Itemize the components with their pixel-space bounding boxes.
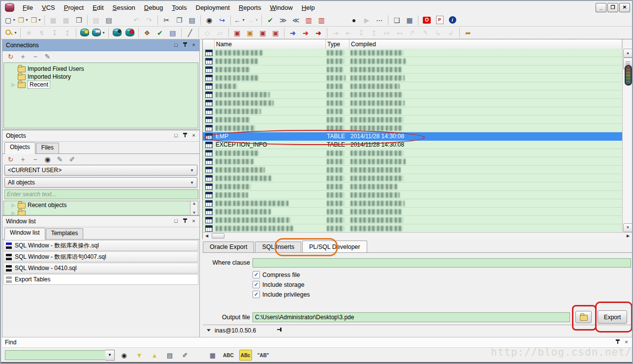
pin-icon[interactable] xyxy=(181,218,189,225)
find-object-icon[interactable]: ◉ xyxy=(42,154,53,165)
find-previous-up-icon[interactable]: ▲ xyxy=(150,350,159,360)
objects-tree-scrollbar[interactable]: ▲▼ xyxy=(190,201,198,215)
browser-keys-icon[interactable]: ❖ xyxy=(141,27,153,39)
compile-icon[interactable]: ▣ xyxy=(231,27,243,39)
horizontal-scrollbar[interactable]: ◀ ▶ xyxy=(203,232,632,239)
highlight-all-icon[interactable]: ▤ xyxy=(165,350,175,360)
connections-item-imported-history[interactable]: Imported History xyxy=(4,73,198,81)
objects-item[interactable]: ▷ xyxy=(4,209,198,215)
indent-icon[interactable]: ≫ xyxy=(277,14,289,26)
menu-project[interactable]: Project xyxy=(60,3,88,12)
table-row-exception_info[interactable]: EXCEPTION_INFOTABLE2014/11/28 14:30:08 xyxy=(203,141,622,149)
connections-item-imported-fixed-users[interactable]: Imported Fixed Users xyxy=(4,65,198,73)
pin-icon[interactable] xyxy=(614,339,621,346)
pin-icon[interactable] xyxy=(277,327,282,334)
macro-library-icon[interactable]: ⋯ xyxy=(374,14,385,26)
objects-item-recent-objects[interactable]: ▷Recent objects xyxy=(4,201,198,209)
object-filter-select[interactable]: All objects ▼ xyxy=(4,177,197,188)
tab-templates[interactable]: Templates xyxy=(46,228,84,239)
scroll-down-icon[interactable]: ▼ xyxy=(192,211,196,215)
checkbox-include-storage[interactable]: ✓Include storage xyxy=(253,281,304,288)
cascade-windows-icon[interactable]: ❑ xyxy=(391,14,403,26)
table-row-censored[interactable] xyxy=(203,91,622,99)
restore-button[interactable]: ❐ xyxy=(607,3,618,12)
exact-phrase-icon[interactable]: "AB" xyxy=(257,350,269,360)
table-row-censored[interactable] xyxy=(203,49,622,57)
user-filter-select[interactable]: <CURRENT USER> ▼ xyxy=(4,165,197,176)
tab-sql-inserts[interactable]: SQL Inserts xyxy=(255,242,301,252)
tile-windows-icon[interactable]: ▦ xyxy=(404,14,415,26)
kill-session-icon[interactable] xyxy=(124,27,136,39)
remove-object-icon[interactable]: − xyxy=(30,154,40,165)
table-row-censored[interactable] xyxy=(203,166,622,174)
tab-oracle-export[interactable]: Oracle Export xyxy=(203,242,254,252)
execute-script-icon[interactable]: ▣ xyxy=(270,27,282,39)
menu-tools[interactable]: Tools xyxy=(167,3,191,12)
expand-icon[interactable]: ▷ xyxy=(11,211,16,215)
tab-pl-sql-developer[interactable]: PL/SQL Developer xyxy=(302,241,367,252)
pdf-export-icon[interactable]: P xyxy=(434,14,445,26)
find-binoculars-icon[interactable]: ◉ xyxy=(119,350,129,360)
checkbox-compress-file[interactable]: ✓Compress file xyxy=(253,271,300,278)
column-header-type[interactable]: Type xyxy=(326,39,349,49)
table-row-censored[interactable] xyxy=(203,182,622,191)
float-icon[interactable]: □ xyxy=(172,218,180,225)
filter-settings-icon[interactable]: ✐ xyxy=(67,154,77,165)
find-database-object-icon[interactable] xyxy=(111,27,123,39)
menu-file[interactable]: File xyxy=(18,3,37,12)
connect-icon[interactable]: ▼ xyxy=(4,27,18,39)
tab-objects[interactable]: Objects xyxy=(4,142,35,154)
syntax-check-icon[interactable]: ✔ xyxy=(264,14,276,26)
expand-icon[interactable]: ▷ xyxy=(11,203,16,208)
window-list-item[interactable]: Export Tables xyxy=(3,274,198,285)
report-window-icon[interactable]: ▤ xyxy=(167,27,179,39)
break-session-icon[interactable]: ➦ xyxy=(462,27,474,39)
browse-output-file-button[interactable] xyxy=(575,311,592,323)
compile-with-debug-icon[interactable]: ▣ xyxy=(244,27,256,39)
column-header-compiled[interactable]: Compiled xyxy=(349,39,622,49)
refresh-objects-icon[interactable]: ↻ xyxy=(5,154,16,165)
add-record-icon[interactable]: ▥ xyxy=(303,14,315,26)
find-next-down-icon[interactable]: ▼ xyxy=(134,350,144,360)
connections-item-recent[interactable]: ▷Recent xyxy=(4,81,198,89)
unindent-icon[interactable]: ≪ xyxy=(290,14,302,26)
print-setup-icon[interactable]: ▤ xyxy=(103,14,115,26)
menu-window[interactable]: Window xyxy=(265,3,297,12)
scrollbar-thumb[interactable] xyxy=(212,233,224,239)
table-row-censored[interactable] xyxy=(203,57,622,65)
tab-files[interactable]: Files xyxy=(36,143,59,153)
delete-record-icon[interactable]: ▥ xyxy=(316,14,327,26)
whole-word-icon[interactable]: ABc xyxy=(239,350,252,361)
table-row-censored[interactable] xyxy=(203,124,622,132)
checkbox-include-privileges[interactable]: ✓Include privileges xyxy=(253,291,310,298)
info-icon[interactable]: i xyxy=(446,14,458,26)
new-sql-window-icon[interactable] xyxy=(79,27,91,39)
where-clause-input[interactable] xyxy=(253,258,631,268)
find-icon[interactable]: ◉ xyxy=(203,14,215,26)
cut-icon[interactable]: ✂ xyxy=(160,14,172,26)
edit-connections-icon[interactable]: ✎ xyxy=(42,52,53,62)
table-row-censored[interactable] xyxy=(203,216,622,224)
table-row-censored[interactable] xyxy=(203,82,622,91)
table-row-censored[interactable] xyxy=(203,107,622,116)
run-icon[interactable]: ➜ xyxy=(287,27,299,39)
case-sensitive-icon[interactable]: ABC xyxy=(223,350,234,360)
collapse-arrow-icon[interactable] xyxy=(207,329,211,332)
column-header-name[interactable]: Name xyxy=(215,39,326,49)
close-icon[interactable]: × xyxy=(190,218,197,225)
float-icon[interactable]: □ xyxy=(172,132,180,139)
close-button[interactable]: ✕ xyxy=(619,3,630,12)
table-row-censored[interactable] xyxy=(203,224,622,232)
export-button[interactable]: Export xyxy=(598,310,627,324)
pin-icon[interactable] xyxy=(181,132,189,139)
chevron-down-icon[interactable]: ▼ xyxy=(105,350,115,361)
table-row-censored[interactable] xyxy=(203,174,622,182)
copy-icon[interactable]: ❐ xyxy=(173,14,185,26)
float-icon[interactable]: □ xyxy=(172,42,180,49)
table-row-censored[interactable] xyxy=(203,65,622,74)
table-row-censored[interactable] xyxy=(203,116,622,124)
menu-deployment[interactable]: Deployment xyxy=(191,3,234,12)
save-all-icon[interactable]: ❒ xyxy=(73,14,85,26)
run-exception-icon[interactable]: ➜ xyxy=(313,27,324,39)
table-row-censored[interactable] xyxy=(203,149,622,157)
